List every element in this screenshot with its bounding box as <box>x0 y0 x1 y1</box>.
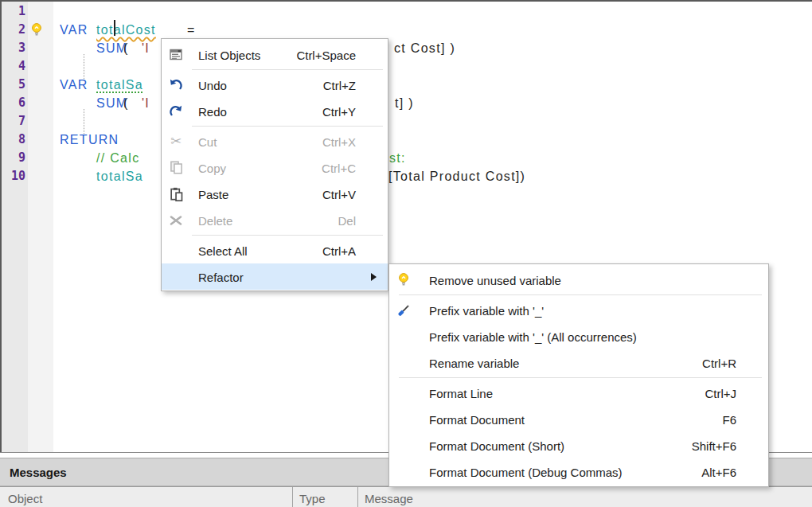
menu-item-label: Prefix variable with '_' (All occurrence… <box>429 330 637 343</box>
menu-item-label: Prefix variable with '_' <box>429 303 544 317</box>
column-header-object[interactable]: Object <box>8 492 42 505</box>
copy-icon <box>168 160 184 176</box>
undo-icon <box>168 77 184 93</box>
menu-item-select-all[interactable]: Select All Ctrl+A <box>162 237 388 263</box>
code-fragment: ct Cost] ) <box>394 39 455 57</box>
menu-item-label: List Objects <box>198 48 260 61</box>
code-variable-totalsales: totalSa <box>96 76 143 94</box>
menu-item-label: Format Document (Short) <box>429 439 564 452</box>
lightbulb-icon <box>396 272 412 288</box>
line-number: 7 <box>2 112 25 131</box>
code-fragment: [Total Product Cost]) <box>388 167 525 185</box>
menu-item-undo[interactable]: Undo Ctrl+Z <box>162 72 388 98</box>
list-objects-icon <box>168 47 184 63</box>
submenu-item-format-document-debug-commas[interactable]: Format Document (Debug Commas) Alt+F6 <box>389 458 768 485</box>
menu-item-label: Delete <box>198 213 232 227</box>
menu-item-paste[interactable]: Paste Ctrl+V <box>162 181 388 207</box>
menu-item-shortcut: Ctrl+Y <box>322 104 356 118</box>
menu-item-shortcut: Del <box>338 213 356 227</box>
quick-action-lightbulb-icon[interactable] <box>30 22 43 41</box>
submenu-item-format-line[interactable]: Format Line Ctrl+J <box>389 380 768 406</box>
menu-item-shortcut: Ctrl+V <box>322 187 356 201</box>
line-number: 4 <box>2 57 25 76</box>
code-keyword: VAR <box>60 76 88 94</box>
submenu-item-rename-variable[interactable]: Rename variable Ctrl+R <box>389 349 768 376</box>
menu-item-label: Redo <box>198 104 227 118</box>
line-number: 6 <box>2 94 25 112</box>
code-comment-fragment: st: <box>389 149 406 167</box>
code-string: 'I <box>142 39 150 57</box>
cut-icon: ✂ <box>168 134 184 150</box>
menu-item-copy[interactable]: Copy Ctrl+C <box>162 154 388 181</box>
menu-item-label: Format Document (Debug Commas) <box>429 465 623 478</box>
paste-icon <box>168 186 184 202</box>
menu-item-shortcut: F6 <box>722 412 736 426</box>
menu-item-cut[interactable]: ✂ Cut Ctrl+X <box>162 128 388 154</box>
menu-item-list-objects[interactable]: List Objects Ctrl+Space <box>162 41 388 68</box>
code-paren: ( <box>123 94 129 112</box>
refactor-submenu: Remove unused variable Prefix variable w… <box>388 263 769 487</box>
menu-item-redo[interactable]: Redo Ctrl+Y <box>162 98 388 124</box>
menu-item-label: Undo <box>198 78 227 92</box>
line-number: 5 <box>2 76 25 94</box>
screwdriver-icon <box>396 302 412 318</box>
menu-item-refactor[interactable]: Refactor <box>162 263 388 290</box>
window-top-border <box>0 0 812 2</box>
menu-item-shortcut: Ctrl+Z <box>323 78 356 92</box>
submenu-item-prefix-variable-all[interactable]: Prefix variable with '_' (All occurrence… <box>389 323 768 349</box>
code-variable: totalSa <box>96 167 143 185</box>
editor-icon-margin <box>28 2 53 452</box>
submenu-item-format-document[interactable]: Format Document F6 <box>389 406 768 432</box>
code-fragment: t] ) <box>395 94 414 112</box>
menu-item-shortcut: Ctrl+R <box>702 356 736 369</box>
line-number: 3 <box>2 39 25 57</box>
redo-icon <box>168 103 184 119</box>
menu-item-label: Format Document <box>429 412 525 426</box>
menu-item-shortcut: Ctrl+A <box>322 244 356 257</box>
line-number: 2 <box>2 21 25 39</box>
line-number: 1 <box>2 2 25 21</box>
menu-item-shortcut: Alt+F6 <box>701 465 736 478</box>
menu-item-label: Remove unused variable <box>429 273 561 287</box>
menu-item-label: Select All <box>198 244 248 257</box>
code-paren: ( <box>123 39 129 57</box>
code-operator: = <box>187 21 196 39</box>
code-comment: // Calc <box>96 149 139 167</box>
column-header-message[interactable]: Message <box>365 492 413 505</box>
column-divider[interactable] <box>292 487 293 507</box>
delete-x-icon <box>168 213 184 228</box>
menu-item-shortcut: Ctrl+X <box>322 135 356 148</box>
submenu-item-remove-unused-variable[interactable]: Remove unused variable <box>389 267 768 293</box>
menu-item-label: Format Line <box>429 386 493 400</box>
code-keyword: VAR <box>60 21 88 39</box>
column-header-type[interactable]: Type <box>299 492 326 505</box>
submenu-item-prefix-variable[interactable]: Prefix variable with '_' <box>389 297 768 323</box>
menu-item-delete[interactable]: Delete Del <box>162 207 388 233</box>
menu-item-shortcut: Ctrl+J <box>705 386 736 400</box>
submenu-arrow-icon <box>371 273 377 281</box>
menu-item-label: Refactor <box>198 270 244 283</box>
editor-context-menu: List Objects Ctrl+Space Undo Ctrl+Z Redo… <box>161 38 388 291</box>
menu-item-shortcut: Ctrl+C <box>322 161 356 174</box>
line-number: 8 <box>2 131 25 149</box>
messages-panel-title: Messages <box>10 466 67 479</box>
line-number: 9 <box>2 149 25 167</box>
column-divider[interactable] <box>357 487 358 507</box>
menu-item-label: Cut <box>198 135 217 148</box>
line-number: 10 <box>2 167 25 185</box>
submenu-item-format-document-short[interactable]: Format Document (Short) Shift+F6 <box>389 432 768 458</box>
menu-item-label: Rename variable <box>429 356 519 369</box>
text-caret <box>114 20 115 36</box>
code-keyword-return: RETURN <box>60 131 119 149</box>
menu-item-label: Copy <box>198 161 226 174</box>
menu-item-shortcut: Shift+F6 <box>692 439 736 452</box>
code-string: 'I <box>142 94 150 112</box>
code-variable-totalcost: totalCost <box>96 21 156 39</box>
menu-item-label: Paste <box>198 187 228 201</box>
menu-item-shortcut: Ctrl+Space <box>296 48 356 61</box>
